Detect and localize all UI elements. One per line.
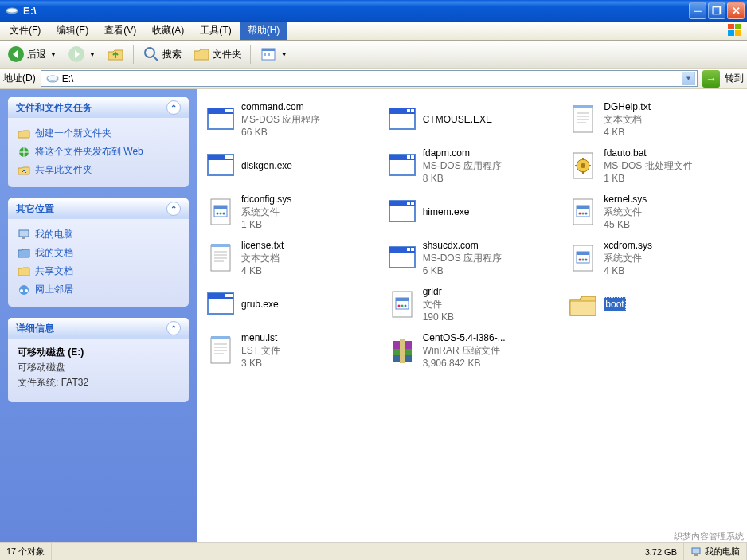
file-info: grub.exe bbox=[241, 298, 279, 311]
views-icon bbox=[260, 45, 277, 63]
file-desc: 系统文件 bbox=[241, 206, 291, 218]
file-item[interactable]: shsucdx.comMS-DOS 应用程序6 KB bbox=[383, 236, 561, 280]
address-bar: 地址(D) E:\ ▼ → 转到 bbox=[0, 69, 747, 89]
sidebar-link-network[interactable]: 网上邻居 bbox=[18, 280, 179, 299]
file-item[interactable]: CentOS-5.4-i386-...WinRAR 压缩文件3,906,842 … bbox=[383, 328, 561, 373]
file-info: CentOS-5.4-i386-...WinRAR 压缩文件3,906,842 … bbox=[423, 331, 506, 370]
back-icon bbox=[7, 45, 25, 63]
svg-rect-41 bbox=[407, 155, 410, 159]
file-item[interactable]: fdconfig.sys系统文件1 KB bbox=[201, 190, 380, 234]
menu-view[interactable]: 查看(V) bbox=[96, 22, 144, 40]
details-body: 可移动磁盘 (E:) 可移动磁盘 文件系统: FAT32 bbox=[8, 339, 189, 402]
file-item[interactable]: grub.exe bbox=[201, 282, 380, 327]
sidebar-link-share[interactable]: 共享此文件夹 bbox=[18, 161, 179, 179]
window-titlebar: E:\ ─ ❐ ✕ bbox=[0, 0, 747, 22]
go-button[interactable]: → bbox=[702, 70, 720, 88]
close-button[interactable]: ✕ bbox=[727, 2, 745, 19]
file-name: shsucdx.com bbox=[423, 239, 502, 252]
chevron-down-icon: ▼ bbox=[89, 51, 96, 58]
file-item[interactable]: xcdrom.sys系统文件4 KB bbox=[564, 236, 742, 280]
svg-point-20 bbox=[20, 289, 23, 292]
svg-rect-42 bbox=[411, 155, 414, 159]
file-name: fdauto.bat bbox=[604, 147, 692, 159]
sidebar-link-my-computer[interactable]: 我的电脑 bbox=[18, 225, 179, 244]
file-name: CentOS-5.4-i386-... bbox=[423, 331, 506, 344]
menu-tools[interactable]: 工具(T) bbox=[192, 22, 239, 40]
panel-header[interactable]: 文件和文件夹任务 ⌃ bbox=[8, 97, 189, 118]
file-item[interactable]: kernel.sys系统文件45 KB bbox=[564, 190, 742, 234]
publish-web-icon bbox=[18, 146, 30, 159]
network-icon bbox=[18, 284, 30, 296]
sidebar-link-new-folder[interactable]: 创建一个新文件夹 bbox=[18, 124, 179, 143]
separator bbox=[133, 45, 134, 64]
svg-point-74 bbox=[579, 259, 581, 261]
svg-point-61 bbox=[585, 213, 588, 215]
file-desc: 系统文件 bbox=[604, 206, 647, 218]
main-area: 文件和文件夹任务 ⌃ 创建一个新文件夹将这个文件夹发布到 Web共享此文件夹 其… bbox=[0, 89, 747, 542]
bat-file-icon bbox=[565, 148, 600, 183]
up-folder-icon bbox=[107, 45, 124, 63]
file-name: himem.exe bbox=[423, 206, 470, 218]
file-info: fdapm.comMS-DOS 应用程序8 KB bbox=[423, 147, 502, 186]
collapse-icon[interactable]: ⌃ bbox=[166, 100, 181, 115]
sidebar-link-shared-docs[interactable]: 共享文档 bbox=[18, 262, 179, 280]
panel-header[interactable]: 详细信息 ⌃ bbox=[8, 318, 189, 339]
file-item[interactable]: boot bbox=[564, 282, 742, 327]
up-button[interactable] bbox=[103, 43, 128, 65]
svg-rect-80 bbox=[229, 294, 233, 297]
sys-file-icon bbox=[385, 287, 420, 322]
file-item[interactable]: fdapm.comMS-DOS 应用程序8 KB bbox=[383, 143, 561, 188]
address-field[interactable]: E:\ ▼ bbox=[41, 70, 698, 87]
back-button[interactable]: 后退 ▼ bbox=[3, 43, 61, 65]
forward-button[interactable]: ▼ bbox=[64, 43, 100, 65]
menu-file[interactable]: 文件(F) bbox=[2, 22, 49, 40]
svg-point-76 bbox=[585, 259, 588, 261]
sidebar-link-publish-web[interactable]: 将这个文件夹发布到 Web bbox=[18, 143, 179, 161]
maximize-button[interactable]: ❐ bbox=[708, 2, 725, 19]
exe-file-icon bbox=[385, 241, 420, 276]
svg-point-86 bbox=[404, 305, 406, 307]
sidebar-link-my-documents[interactable]: 我的文档 bbox=[18, 244, 179, 262]
file-size: 45 KB bbox=[604, 218, 647, 231]
address-dropdown-icon[interactable]: ▼ bbox=[682, 72, 695, 85]
svg-rect-79 bbox=[225, 294, 229, 297]
search-button[interactable]: 搜索 bbox=[139, 43, 186, 65]
file-size: 8 KB bbox=[423, 172, 502, 185]
file-name: grldr bbox=[423, 285, 454, 298]
txt-file-icon bbox=[565, 102, 600, 137]
file-item[interactable]: diskgen.exe bbox=[201, 143, 380, 188]
views-button[interactable]: ▼ bbox=[256, 43, 291, 65]
file-item[interactable]: CTMOUSE.EXE bbox=[383, 97, 561, 142]
folders-button[interactable]: 文件夹 bbox=[189, 43, 245, 65]
link-label: 我的电脑 bbox=[35, 228, 73, 241]
collapse-icon[interactable]: ⌃ bbox=[166, 321, 181, 335]
file-item[interactable]: license.txt文本文档4 KB bbox=[201, 236, 380, 280]
file-item[interactable]: himem.exe bbox=[383, 190, 561, 234]
svg-rect-69 bbox=[407, 248, 410, 251]
svg-point-51 bbox=[223, 213, 225, 215]
link-label: 网上邻居 bbox=[35, 283, 73, 296]
file-info: CTMOUSE.EXE bbox=[423, 113, 492, 126]
file-desc: 系统文件 bbox=[604, 252, 652, 264]
file-name: DGHelp.txt bbox=[604, 100, 651, 113]
menu-edit[interactable]: 编辑(E) bbox=[49, 22, 96, 40]
file-desc: 文本文档 bbox=[604, 113, 651, 126]
file-item[interactable]: grldr文件190 KB bbox=[383, 282, 561, 327]
collapse-icon[interactable]: ⌃ bbox=[166, 202, 181, 216]
status-location-text: 我的电脑 bbox=[705, 546, 740, 558]
file-item[interactable]: menu.lstLST 文件3 KB bbox=[201, 328, 380, 373]
watermark-text: 织梦内容管理系统 bbox=[674, 531, 744, 542]
svg-rect-73 bbox=[577, 252, 589, 255]
panel-header[interactable]: 其它位置 ⌃ bbox=[8, 198, 189, 219]
file-info: shsucdx.comMS-DOS 应用程序6 KB bbox=[423, 239, 502, 278]
file-item[interactable]: DGHelp.txt文本文档4 KB bbox=[564, 97, 742, 142]
menu-favorites[interactable]: 收藏(A) bbox=[144, 22, 192, 40]
sys-file-icon bbox=[565, 241, 600, 276]
new-folder-icon bbox=[18, 127, 30, 140]
file-item[interactable]: command.comMS-DOS 应用程序66 KB bbox=[201, 97, 380, 142]
minimize-button[interactable]: ─ bbox=[689, 2, 706, 19]
panel-other-places: 其它位置 ⌃ 我的电脑我的文档共享文档网上邻居 bbox=[8, 198, 189, 307]
file-item[interactable]: fdauto.batMS-DOS 批处理文件1 KB bbox=[564, 143, 742, 188]
svg-point-1 bbox=[6, 8, 18, 13]
menu-help[interactable]: 帮助(H) bbox=[240, 22, 288, 40]
